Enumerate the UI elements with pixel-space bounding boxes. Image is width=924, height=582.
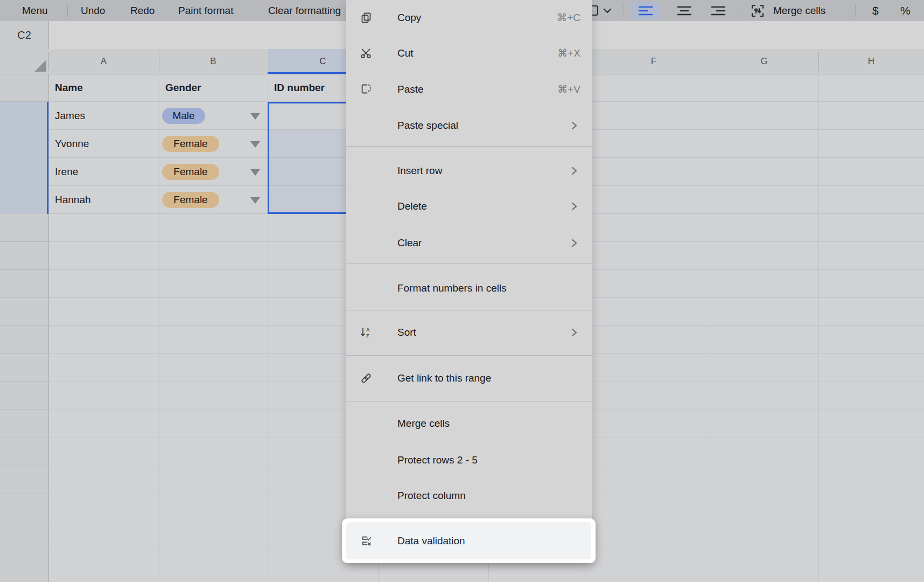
spotlight-box: Data validation (342, 518, 596, 563)
menu-item-data-validation[interactable]: Data validation (346, 522, 591, 559)
spreadsheet-app: Menu Undo Redo Paint format Clear format… (0, 0, 924, 582)
data-validation-icon (360, 535, 373, 548)
dim-overlay (0, 0, 924, 582)
